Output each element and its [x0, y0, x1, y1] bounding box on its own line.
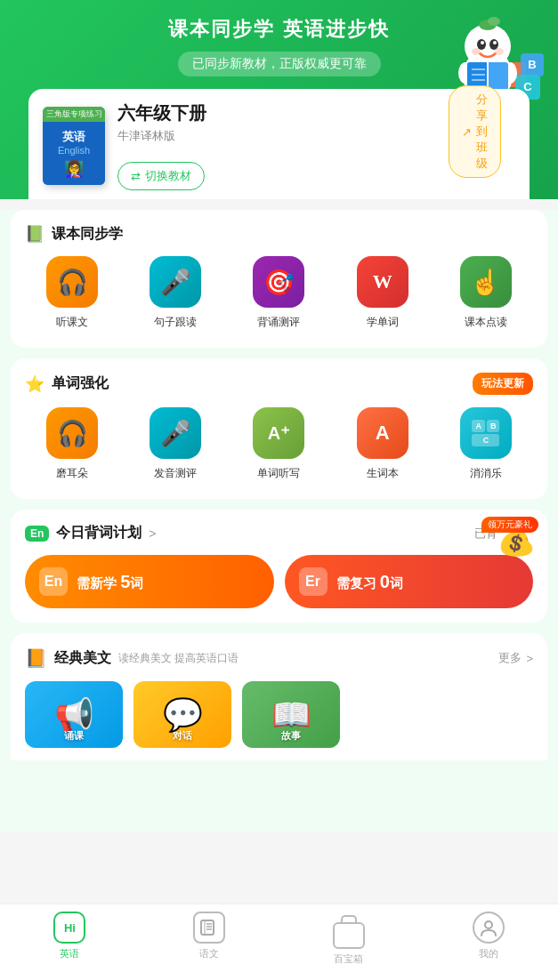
- content-wrap: 📗 课本同步学 🎧 听课文 🎤 句子跟读: [11, 210, 547, 831]
- hi-text: Hi: [64, 921, 76, 935]
- pronun-mic-icon: 🎤: [160, 419, 191, 448]
- main-content: 📗 课本同步学 🎧 听课文 🎤 句子跟读: [0, 210, 558, 831]
- feature-vocab[interactable]: W 学单词: [336, 256, 430, 330]
- svg-text:B: B: [528, 58, 536, 71]
- touch-icon: ☝️: [470, 268, 501, 297]
- feature-point-read-label: 课本点读: [465, 315, 507, 330]
- review-words-label: 需复习 0词: [336, 572, 403, 592]
- recite-icon: 📢: [54, 696, 94, 734]
- feature-dictation[interactable]: A⁺ 单词听写: [231, 407, 326, 481]
- feature-match-game[interactable]: A B C 消消乐: [439, 407, 533, 481]
- word-strengthen-title: 单词强化: [52, 374, 109, 393]
- svg-point-29: [485, 921, 492, 928]
- mic-icon: 🎤: [160, 268, 191, 297]
- switch-icon: ⇄: [131, 170, 141, 183]
- plan-title: 今日背词计划: [56, 524, 142, 542]
- svg-point-7: [465, 24, 511, 68]
- sync-learn-header: 📗 课本同步学: [25, 224, 533, 244]
- feature-pronun-label: 发音测评: [154, 466, 197, 481]
- feature-listen-label: 听课文: [56, 315, 88, 330]
- feature-recite[interactable]: 🎯 背诵测评: [231, 256, 326, 330]
- sync-learn-section: 📗 课本同步学 🎧 听课文 🎤 句子跟读: [11, 210, 547, 348]
- feature-vocab-icon: W: [357, 256, 408, 308]
- bottom-nav: Hi 英语 语文 百宝箱: [0, 904, 558, 980]
- feature-point-read[interactable]: ☝️ 课本点读: [439, 256, 533, 330]
- word-strengthen-grid: 🎧 磨耳朵 🎤 发音测评 A⁺ 单词听写: [25, 407, 533, 481]
- feature-ear-train-icon: 🎧: [46, 407, 98, 459]
- svg-text:C: C: [523, 80, 532, 93]
- classic-items-list: 📢 诵课 💬 对话 📖 故事: [25, 681, 533, 760]
- classic-item-dialogue[interactable]: 💬 对话: [133, 681, 231, 748]
- feature-pronun-icon: 🎤: [150, 407, 201, 459]
- book-title-en: English: [58, 145, 90, 156]
- plan-title-area: En 今日背词计划 >: [25, 524, 474, 542]
- classic-item-story[interactable]: 📖 故事: [242, 681, 340, 748]
- svg-point-11: [489, 39, 498, 50]
- bag-box: [333, 922, 365, 949]
- classic-item-dialogue-label: 对话: [133, 729, 231, 743]
- classic-title: 经典美文: [54, 649, 111, 668]
- share-icon: ↗: [462, 125, 472, 139]
- share-button[interactable]: ↗ 分享到班级: [449, 85, 501, 178]
- more-link[interactable]: 更多 >: [498, 650, 533, 666]
- svg-point-12: [481, 41, 484, 44]
- sync-learn-grid: 🎧 听课文 🎤 句子跟读 🎯 背诵测评: [25, 256, 533, 330]
- feature-recite-label: 背诵测评: [257, 315, 300, 330]
- plan-section: En 今日背词计划 > 已背 💰 领万元豪礼 En 需新学 5词: [11, 510, 547, 623]
- classic-book-icon: 📙: [25, 647, 47, 669]
- header-banner: 课本同步学 英语进步快 已同步新教材，正版权威更可靠 A B C: [0, 0, 558, 199]
- abc-grid-icon: A B C: [468, 416, 503, 450]
- svg-rect-24: [201, 920, 214, 935]
- chinese-book-svg: [199, 918, 219, 937]
- nav-treasure-label: 百宝箱: [334, 952, 363, 966]
- nav-mine-icon: [473, 912, 505, 944]
- svg-point-10: [477, 39, 486, 50]
- feature-listen[interactable]: 🎧 听课文: [25, 256, 119, 330]
- feature-ear-train-label: 磨耳朵: [56, 466, 88, 481]
- nav-treasure[interactable]: 百宝箱: [322, 912, 376, 966]
- svg-point-14: [472, 48, 481, 55]
- classic-section: 📙 经典美文 读经典美文 提高英语口语 更多 > 📢 诵课 💬 对话: [11, 633, 547, 760]
- book-cover-top: 三角版专项练习: [43, 107, 105, 122]
- header-subtitle: 已同步新教材，正版权威更可靠: [178, 52, 381, 76]
- feature-recite-icon: 🎯: [253, 256, 304, 308]
- person-svg: [479, 918, 498, 937]
- svg-point-15: [495, 48, 504, 55]
- ear-headphone-icon: 🎧: [57, 419, 88, 448]
- feature-ear-train[interactable]: 🎧 磨耳朵: [25, 407, 119, 481]
- word-w-icon: W: [373, 270, 392, 293]
- dictation-icon: A⁺: [268, 422, 290, 444]
- feature-follow-read[interactable]: 🎤 句子跟读: [128, 256, 222, 330]
- nav-chinese-icon: [193, 912, 225, 944]
- review-words-button[interactable]: Er 需复习 0词: [285, 555, 534, 608]
- nav-english-label: 英语: [60, 947, 79, 960]
- feature-vocab-book-icon: A: [357, 407, 408, 459]
- feature-follow-read-label: 句子跟读: [154, 315, 197, 330]
- classic-item-recite-label: 诵课: [25, 729, 123, 743]
- nav-chinese[interactable]: 语文: [182, 912, 236, 966]
- feature-pronun[interactable]: 🎤 发音测评: [128, 407, 222, 481]
- switch-textbook-button[interactable]: ⇄ 切换教材: [117, 162, 205, 190]
- feature-point-read-icon: ☝️: [460, 256, 512, 308]
- new-badge: 玩法更新: [473, 373, 533, 395]
- bag-handle: [341, 915, 357, 924]
- book-cover: 三角版专项练习 英语 English 👩‍🏫: [43, 107, 105, 185]
- classic-header: 📙 经典美文 读经典美文 提高英语口语 更多 >: [25, 647, 533, 669]
- review-words-icon: Er: [299, 567, 328, 596]
- money-bag: 💰 领万元豪礼: [494, 517, 538, 561]
- nav-treasure-icon: [333, 912, 365, 949]
- share-label: 分享到班级: [476, 92, 488, 172]
- word-strengthen-section: ⭐ 单词强化 玩法更新 🎧 磨耳朵 🎤 发音测评: [11, 358, 547, 499]
- nav-english[interactable]: Hi 英语: [43, 912, 96, 966]
- feature-listen-icon: 🎧: [46, 256, 98, 308]
- new-words-button[interactable]: En 需新学 5词: [25, 555, 274, 608]
- feature-match-game-icon: A B C: [460, 407, 512, 459]
- target-icon: 🎯: [263, 268, 295, 297]
- classic-item-recite[interactable]: 📢 诵课: [25, 681, 123, 748]
- nav-english-icon: Hi: [53, 912, 85, 944]
- feature-vocab-book[interactable]: A 生词本: [336, 407, 430, 481]
- svg-rect-25: [204, 920, 206, 935]
- gift-badge: 领万元豪礼: [481, 517, 538, 533]
- sync-learn-icon: 📗: [25, 224, 44, 244]
- nav-mine[interactable]: 我的: [462, 912, 515, 966]
